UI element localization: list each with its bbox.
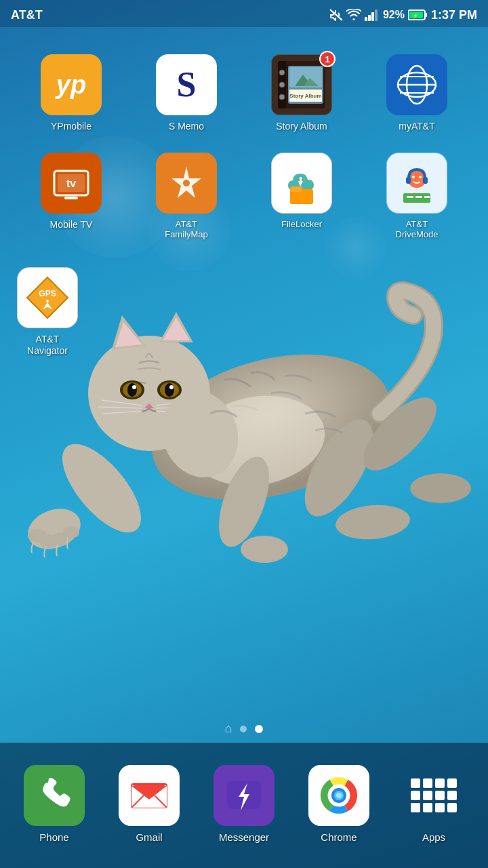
svg-point-14 <box>279 82 285 87</box>
svg-line-66 <box>156 400 197 406</box>
svg-line-68 <box>156 411 195 414</box>
svg-rect-45 <box>407 196 413 198</box>
svg-rect-3 <box>371 12 374 21</box>
svg-point-79 <box>209 450 279 553</box>
svg-rect-2 <box>368 15 371 21</box>
apps-grid <box>404 772 464 819</box>
svg-rect-38 <box>300 177 302 182</box>
svg-text:S: S <box>177 65 197 104</box>
status-bar: AT&T 92% <box>0 0 488 27</box>
app-filelocker[interactable]: FileLocker <box>244 146 359 247</box>
app-ypmobile[interactable]: yp YPmobile <box>14 47 129 139</box>
app-row-solo: GPS AT&TNavigator <box>0 254 488 370</box>
messenger-label: Messenger <box>219 831 269 843</box>
app-grid-row2: tv Mobile TV AT&TFamilyMap <box>0 146 488 254</box>
filelocker-label: FileLocker <box>281 219 322 230</box>
chrome-icon <box>308 765 369 826</box>
svg-marker-65 <box>144 403 154 408</box>
app-mobiletv[interactable]: tv Mobile TV <box>14 146 129 247</box>
status-icons: 92% ⚡ <box>329 9 427 21</box>
svg-text:GPS: GPS <box>39 289 56 298</box>
filelocker-icon <box>271 153 332 214</box>
svg-point-13 <box>279 70 285 75</box>
svg-point-63 <box>132 385 136 389</box>
svg-point-74 <box>22 502 86 556</box>
svg-point-81 <box>291 409 387 527</box>
navigator-icon: GPS <box>17 267 78 328</box>
storyalbum-badge: 1 <box>319 51 336 67</box>
dock-gmail[interactable]: Gmail <box>119 765 180 843</box>
svg-point-78 <box>63 526 79 538</box>
app-grid-row1: yp YPmobile S S Memo <box>0 27 488 146</box>
svg-point-58 <box>157 380 182 399</box>
drivemode-icon <box>386 153 447 214</box>
phone-label: Phone <box>39 831 68 843</box>
svg-text:tv: tv <box>66 178 76 189</box>
app-myatt[interactable]: myAT&T <box>359 47 474 139</box>
gmail-icon <box>119 765 180 826</box>
messenger-icon <box>214 765 274 826</box>
svg-point-59 <box>123 382 142 397</box>
svg-point-73 <box>49 431 155 545</box>
smemo-label: S Memo <box>169 121 204 132</box>
home-indicator: ⌂ <box>225 722 232 736</box>
svg-line-69 <box>102 400 142 406</box>
apps-label: Apps <box>422 831 445 843</box>
svg-point-42 <box>412 176 415 178</box>
dock: Phone Gmail <box>0 743 488 868</box>
svg-rect-1 <box>365 17 367 21</box>
drivemode-label: AT&TDriveMode <box>396 219 439 240</box>
svg-point-85 <box>150 380 250 488</box>
svg-point-34 <box>183 180 190 186</box>
svg-rect-41 <box>423 177 428 184</box>
smemo-icon: S <box>156 54 217 115</box>
svg-point-75 <box>28 529 47 542</box>
svg-point-57 <box>120 380 144 399</box>
svg-point-80 <box>241 536 288 563</box>
carrier-label: AT&T <box>11 8 43 22</box>
svg-line-71 <box>103 411 142 414</box>
svg-point-83 <box>352 386 447 481</box>
phone-icon <box>24 765 85 826</box>
wifi-icon <box>346 9 361 21</box>
ypmobile-icon: yp <box>41 54 102 115</box>
mobiletv-icon: tv <box>41 153 102 214</box>
svg-point-72 <box>183 386 332 496</box>
app-smemo[interactable]: S S Memo <box>129 47 244 139</box>
svg-point-84 <box>410 473 471 503</box>
svg-rect-40 <box>406 177 411 184</box>
svg-rect-47 <box>424 196 430 198</box>
mobiletv-label: Mobile TV <box>50 219 93 231</box>
dock-chrome[interactable]: Chrome <box>308 765 369 843</box>
svg-point-82 <box>334 502 411 542</box>
svg-point-43 <box>419 176 422 178</box>
svg-point-62 <box>165 383 174 397</box>
mute-icon <box>329 9 343 21</box>
svg-rect-4 <box>375 9 378 21</box>
myatt-label: myAT&T <box>399 121 434 132</box>
app-familymap[interactable]: AT&TFamilyMap <box>129 146 244 247</box>
svg-line-70 <box>98 407 142 408</box>
app-drivemode[interactable]: AT&TDriveMode <box>359 146 474 247</box>
app-storyalbum[interactable]: Story Album 1 Story Album <box>244 47 359 139</box>
svg-text:Story Album: Story Album <box>289 93 321 99</box>
svg-point-76 <box>39 534 58 548</box>
dock-phone[interactable]: Phone <box>24 765 85 843</box>
time-display: 1:37 PM <box>431 8 477 22</box>
storyalbum-label: Story Album <box>276 121 327 132</box>
app-navigator[interactable]: GPS AT&TNavigator <box>14 260 81 363</box>
svg-rect-36 <box>290 186 302 192</box>
dock-apps[interactable]: Apps <box>403 765 464 843</box>
apps-icon <box>403 765 464 826</box>
svg-point-95 <box>336 793 342 798</box>
dock-messenger[interactable]: Messenger <box>214 765 274 843</box>
familymap-label: AT&TFamilyMap <box>165 219 208 240</box>
familymap-icon <box>156 153 217 214</box>
page-indicators: ⌂ <box>0 722 488 736</box>
svg-text:yp: yp <box>55 71 86 99</box>
svg-rect-46 <box>415 196 422 198</box>
svg-point-64 <box>169 385 174 389</box>
svg-point-61 <box>127 383 137 397</box>
chrome-label: Chrome <box>321 831 357 843</box>
navigator-label: AT&TNavigator <box>27 334 68 357</box>
